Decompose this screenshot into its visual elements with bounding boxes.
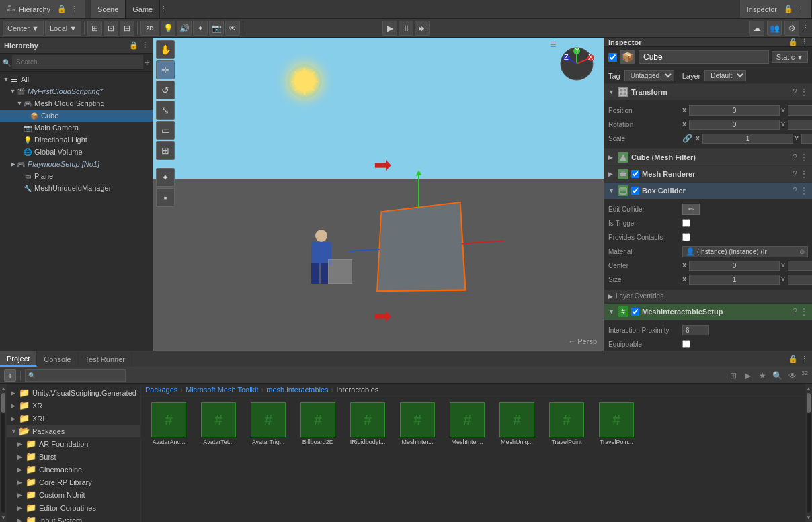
scale-link-icon[interactable]: 🔗 [682,134,692,143]
folder-packages[interactable]: ▼ 📂 Packages [7,425,140,437]
transform-tool[interactable]: ⊞ [156,141,175,160]
breadcrumb-packages[interactable]: Packages [145,386,177,394]
fx-btn[interactable]: ✦ [193,21,208,36]
rect-tool[interactable]: ▭ [156,121,175,140]
sy-input[interactable] [788,275,812,285]
hierarchy-lock-btn[interactable]: 🔒 [129,41,138,50]
inspector-more-header[interactable]: ⋮ [801,38,808,46]
asset-meshuniq[interactable]: # MeshUniq... [493,400,540,447]
toolbar-menu-icon[interactable]: ⋮ [802,24,809,32]
transform-more[interactable]: ⋮ [800,87,808,97]
ptb-filter[interactable]: ▶ [742,369,754,382]
tree-item-mesh-uid[interactable]: ▶ 🔧 MeshUniqueIdManager [0,182,153,194]
center-pivot-btn[interactable]: Center ▼ [3,21,44,36]
asset-irigidbody[interactable]: # IRigidbodyI... [344,400,391,447]
asset-avatar-trig[interactable]: # AvatarTrig... [245,400,292,447]
asset-travelpoint2[interactable]: # TravelPoin... [593,400,640,447]
lighting-btn[interactable]: 💡 [161,21,175,36]
mesh-filter-help[interactable]: ? [793,153,797,162]
settings-btn[interactable]: ⚙ [784,21,799,36]
scene-menu-icon[interactable]: ⋮ [160,5,167,13]
custom-tool2[interactable]: ▪ [156,188,175,207]
folder-editor-coroutines[interactable]: ▶ 📁 Editor Coroutines [7,501,140,514]
tab-test-runner[interactable]: Test Runner [79,351,132,367]
folder-core-rp[interactable]: ▶ 📁 Core RP Library [7,476,140,488]
gizmo-widget[interactable]: X Y Z [559,46,596,83]
provides-contacts-checkbox[interactable] [682,233,690,241]
rot-y-input[interactable] [788,120,812,130]
asset-travelpoint1[interactable]: # TravelPoint [543,400,590,447]
ptb-eye[interactable]: 👁 [786,369,799,382]
project-search-input[interactable] [37,369,122,382]
local-global-btn[interactable]: Local ▼ [45,21,81,36]
tree-item-playmode[interactable]: ▶ 🎮 PlaymodeSetup [No1] [0,158,153,170]
mesh-renderer-header[interactable]: ▶ Mesh Renderer ? ⋮ [604,166,812,182]
custom-tool[interactable]: ✦ [156,168,175,187]
mesh-renderer-checkbox[interactable] [631,170,639,178]
layer-overrides[interactable]: ▶ Layer Overrides [604,290,812,303]
cx-input[interactable] [689,261,780,271]
cy-input[interactable] [788,261,812,271]
tab-scene[interactable]: Scene [91,0,126,18]
project-more[interactable]: ⋮ [801,355,808,363]
ptb-layout[interactable]: ⊞ [727,369,739,382]
cloud-btn[interactable]: ☁ [749,21,764,36]
rot-x-input[interactable] [689,120,780,130]
scene-camera-btn[interactable]: 📷 [209,21,224,36]
tree-item-light[interactable]: ▶ 💡 Directional Light [0,134,153,146]
mesh-renderer-help[interactable]: ? [793,169,797,179]
box-collider-help[interactable]: ? [793,186,797,195]
breadcrumb-mesh-toolkit[interactable]: Microsoft Mesh Toolkit [186,386,259,394]
ptb-search2[interactable]: 🔍 [772,369,784,382]
material-field[interactable]: 👤 (Instance) (Instance) (Ir ⊙ [682,246,808,257]
left-scroll-track[interactable] [1,393,5,513]
step-btn[interactable]: ⏭ [415,21,430,36]
folder-xri[interactable]: ▶ 📁 XRI [7,412,140,425]
sx-input[interactable] [689,275,780,285]
rotate-tool[interactable]: ↺ [156,81,175,99]
tree-item-all[interactable]: ▼ ☰ All [0,73,153,85]
scene-canvas[interactable]: ➡ ➡ X Y Z [153,38,604,351]
edit-collider-btn[interactable]: ✏ [682,204,700,215]
static-badge[interactable]: Static ▼ [772,51,808,63]
right-scroll-down[interactable]: ▼ [805,514,812,521]
project-lock[interactable]: 🔒 [788,355,798,363]
play-btn[interactable]: ▶ [382,21,397,36]
box-collider-header[interactable]: ▼ Box Collider ? ⋮ [604,183,812,199]
folder-ar[interactable]: ▶ 📁 AR Foundation [7,437,140,450]
pos-y-input[interactable] [788,105,812,116]
hierarchy-search-input[interactable] [12,55,143,70]
collab-btn[interactable]: 👥 [767,21,782,36]
folder-input[interactable]: ▶ 📁 Input System [7,514,140,522]
mesh-renderer-more[interactable]: ⋮ [800,169,808,179]
scale-y-input[interactable] [801,134,812,144]
scale-tool[interactable]: ⤡ [156,101,175,120]
move-tool[interactable]: ✛ [156,60,175,79]
folder-cinemachine[interactable]: ▶ 📁 Cinemachine [7,463,140,476]
tree-item-cube[interactable]: ▶ 📦 Cube [0,110,153,122]
box-collider-checkbox[interactable] [631,187,639,195]
2d-btn[interactable]: 2D [140,21,159,36]
grid2-btn[interactable]: ⊡ [104,21,118,36]
tab-console[interactable]: Console [37,351,78,367]
transform-help[interactable]: ? [793,87,797,97]
ptb-star[interactable]: ★ [757,369,769,382]
asset-billboard2d[interactable]: # Billboard2D [294,400,341,447]
transform-header[interactable]: ▼ Transform ? ⋮ [604,84,812,100]
hand-tool[interactable]: ✋ [156,40,175,59]
mesh-int-checkbox[interactable] [631,308,639,316]
mesh-filter-header[interactable]: ▶ Cube (Mesh Filter) ? ⋮ [604,149,812,165]
layer-select[interactable]: Default [704,70,746,81]
folder-visual-scripting[interactable]: ▶ 📁 Unity.VisualScripting.Generated [7,386,140,399]
mesh-int-help[interactable]: ? [793,307,797,316]
hierarchy-lock-icon[interactable]: 🔒 [57,5,67,13]
interaction-proximity-input[interactable] [682,325,709,335]
box-collider-more[interactable]: ⋮ [800,186,808,195]
tree-item-mesh-cloud[interactable]: ▼ 🎮 Mesh Cloud Scripting [0,97,153,110]
scene-selected-cube[interactable] [376,202,466,292]
asset-avatar-anc[interactable]: # AvatarAnc... [145,400,192,447]
left-scroll-down[interactable]: ▼ [0,514,7,521]
folder-custom-nunit[interactable]: ▶ 📁 Custom NUnit [7,488,140,501]
hierarchy-add-btn[interactable]: + [145,57,150,68]
audio-btn[interactable]: 🔊 [177,21,192,36]
